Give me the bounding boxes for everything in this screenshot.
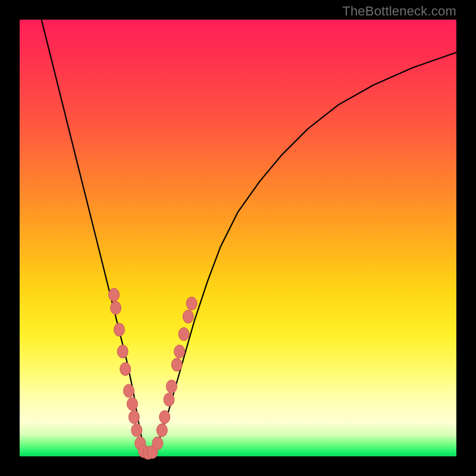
curve-marker <box>183 310 193 323</box>
curve-marker <box>186 297 197 310</box>
curve-marker <box>109 288 120 301</box>
curve-marker <box>129 411 139 424</box>
curve-marker <box>152 437 163 450</box>
curve-marker <box>159 411 170 424</box>
curve-marker <box>117 345 128 358</box>
curve-marker <box>174 345 185 358</box>
chart-frame: TheBottleneck.com <box>0 0 476 476</box>
curve-marker <box>114 323 124 336</box>
curve-marker <box>131 424 142 437</box>
plot-area <box>20 20 456 456</box>
bottleneck-curve <box>42 20 456 453</box>
curve-marker <box>164 393 174 406</box>
curve-marker <box>120 362 131 375</box>
curve-marker <box>111 301 121 314</box>
chart-svg <box>20 20 456 456</box>
curve-marker <box>127 397 137 411</box>
marker-group <box>109 288 198 459</box>
curve-marker <box>124 384 134 397</box>
curve-marker <box>166 380 177 393</box>
curve-marker <box>171 358 182 371</box>
curve-marker <box>156 424 167 437</box>
watermark-text: TheBottleneck.com <box>342 4 456 19</box>
curve-marker <box>178 328 189 341</box>
